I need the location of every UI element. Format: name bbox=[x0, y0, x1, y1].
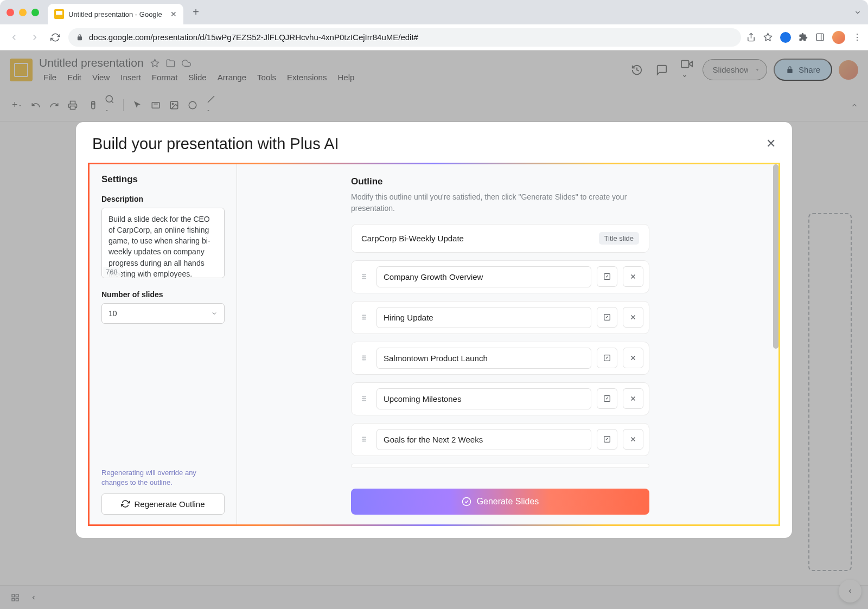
share-page-icon[interactable] bbox=[746, 33, 756, 42]
drag-handle-icon[interactable] bbox=[357, 272, 371, 281]
svg-point-65 bbox=[462, 497, 470, 505]
svg-point-20 bbox=[362, 274, 363, 275]
svg-point-21 bbox=[365, 274, 366, 275]
svg-point-42 bbox=[362, 359, 363, 360]
settings-title: Settings bbox=[101, 174, 225, 185]
svg-point-41 bbox=[365, 357, 366, 358]
browser-toolbar: docs.google.com/presentation/d/15wPg7EZS… bbox=[0, 24, 868, 50]
browser-tab-bar: Untitled presentation - Google ✕ + bbox=[0, 0, 868, 24]
svg-point-43 bbox=[365, 359, 366, 360]
slide-card-peek bbox=[351, 464, 649, 468]
new-tab-button[interactable]: + bbox=[188, 4, 204, 21]
svg-point-38 bbox=[362, 355, 363, 356]
expand-slide-button[interactable] bbox=[597, 266, 617, 287]
drag-handle-icon[interactable] bbox=[357, 434, 371, 444]
chevron-down-icon bbox=[211, 310, 218, 317]
title-slide-text: CarpCorp Bi-Weekly Update bbox=[361, 234, 464, 243]
regenerate-outline-button[interactable]: Regenerate Outline bbox=[101, 493, 225, 515]
svg-point-22 bbox=[362, 276, 363, 277]
delete-slide-button[interactable] bbox=[623, 388, 643, 409]
drag-handle-icon[interactable] bbox=[357, 353, 371, 363]
num-slides-select[interactable]: 10 bbox=[101, 303, 225, 324]
svg-point-60 bbox=[362, 440, 363, 441]
expand-slide-button[interactable] bbox=[597, 429, 617, 450]
svg-point-31 bbox=[362, 317, 363, 318]
window-minimize-button[interactable] bbox=[19, 9, 27, 16]
slide-title-input[interactable] bbox=[376, 307, 591, 328]
svg-point-24 bbox=[362, 278, 363, 279]
svg-point-29 bbox=[362, 315, 363, 316]
browser-menu-icon[interactable]: ⋮ bbox=[853, 32, 861, 42]
refresh-icon bbox=[121, 499, 130, 508]
address-bar[interactable]: docs.google.com/presentation/d/15wPg7EZS… bbox=[68, 28, 741, 47]
svg-point-52 bbox=[365, 400, 366, 401]
extension-icon[interactable] bbox=[780, 32, 791, 43]
panel-icon[interactable] bbox=[815, 33, 825, 42]
svg-point-49 bbox=[362, 398, 363, 399]
svg-point-48 bbox=[365, 396, 366, 397]
url-text: docs.google.com/presentation/d/15wPg7EZS… bbox=[89, 33, 418, 42]
expand-slide-button[interactable] bbox=[597, 307, 617, 328]
svg-point-39 bbox=[365, 355, 366, 356]
svg-point-34 bbox=[365, 318, 366, 319]
svg-point-33 bbox=[362, 318, 363, 319]
slide-title-input[interactable] bbox=[376, 429, 591, 450]
expand-slide-button[interactable] bbox=[597, 388, 617, 409]
forward-button[interactable] bbox=[27, 30, 42, 45]
svg-point-25 bbox=[365, 278, 366, 279]
svg-point-23 bbox=[365, 276, 366, 277]
outline-subtitle: Modify this outline until you're satisfi… bbox=[351, 191, 655, 214]
browser-tab[interactable]: Untitled presentation - Google ✕ bbox=[48, 4, 183, 24]
close-icon[interactable]: ✕ bbox=[766, 137, 776, 151]
plus-ai-modal: Build your presentation with Plus AI ✕ S… bbox=[76, 122, 792, 538]
back-button[interactable] bbox=[7, 30, 22, 45]
expand-slide-button[interactable] bbox=[597, 348, 617, 368]
description-label: Description bbox=[101, 195, 225, 203]
char-count: 768 bbox=[103, 267, 121, 277]
title-slide-badge: Title slide bbox=[599, 232, 639, 245]
tabs-dropdown-icon[interactable] bbox=[854, 9, 861, 16]
delete-slide-button[interactable] bbox=[623, 429, 643, 450]
slide-title-input[interactable] bbox=[376, 266, 591, 287]
svg-point-57 bbox=[365, 437, 366, 438]
delete-slide-button[interactable] bbox=[623, 307, 643, 328]
svg-point-58 bbox=[362, 439, 363, 440]
generate-slides-button[interactable]: Generate Slides bbox=[351, 489, 649, 515]
tab-close-icon[interactable]: ✕ bbox=[170, 10, 177, 18]
svg-point-40 bbox=[362, 357, 363, 358]
slide-title-input[interactable] bbox=[376, 388, 591, 409]
profile-avatar[interactable] bbox=[832, 31, 845, 44]
window-close-button[interactable] bbox=[7, 9, 14, 16]
modal-backdrop: Build your presentation with Plus AI ✕ S… bbox=[0, 50, 868, 609]
reload-button[interactable] bbox=[48, 30, 63, 45]
num-slides-label: Number of slides bbox=[101, 290, 225, 299]
drag-handle-icon[interactable] bbox=[357, 394, 371, 403]
slides-favicon-icon bbox=[54, 9, 64, 19]
slide-card bbox=[351, 423, 649, 456]
bookmark-icon[interactable] bbox=[763, 33, 773, 42]
svg-point-47 bbox=[362, 396, 363, 397]
checkmark-circle-icon bbox=[462, 497, 471, 507]
svg-point-61 bbox=[365, 440, 366, 441]
settings-panel: Settings Description 768 Number of slide… bbox=[90, 164, 237, 524]
extensions-puzzle-icon[interactable] bbox=[799, 33, 808, 42]
slide-title-input[interactable] bbox=[376, 348, 591, 369]
svg-point-56 bbox=[362, 437, 363, 438]
tab-title: Untitled presentation - Google bbox=[68, 10, 166, 18]
delete-slide-button[interactable] bbox=[623, 348, 643, 368]
slide-card bbox=[351, 301, 649, 334]
svg-point-59 bbox=[365, 439, 366, 440]
svg-point-30 bbox=[365, 315, 366, 316]
svg-point-50 bbox=[365, 398, 366, 399]
svg-rect-1 bbox=[816, 34, 824, 41]
outline-title: Outline bbox=[351, 176, 751, 187]
slide-card bbox=[351, 342, 649, 375]
svg-point-32 bbox=[365, 317, 366, 318]
slide-card bbox=[351, 382, 649, 415]
regenerate-note: Regenerating will override any changes t… bbox=[101, 468, 225, 488]
delete-slide-button[interactable] bbox=[623, 266, 643, 287]
window-maximize-button[interactable] bbox=[31, 9, 39, 16]
slide-card bbox=[351, 260, 649, 293]
drag-handle-icon[interactable] bbox=[357, 312, 371, 322]
title-slide-card[interactable]: CarpCorp Bi-Weekly Update Title slide bbox=[351, 224, 649, 253]
